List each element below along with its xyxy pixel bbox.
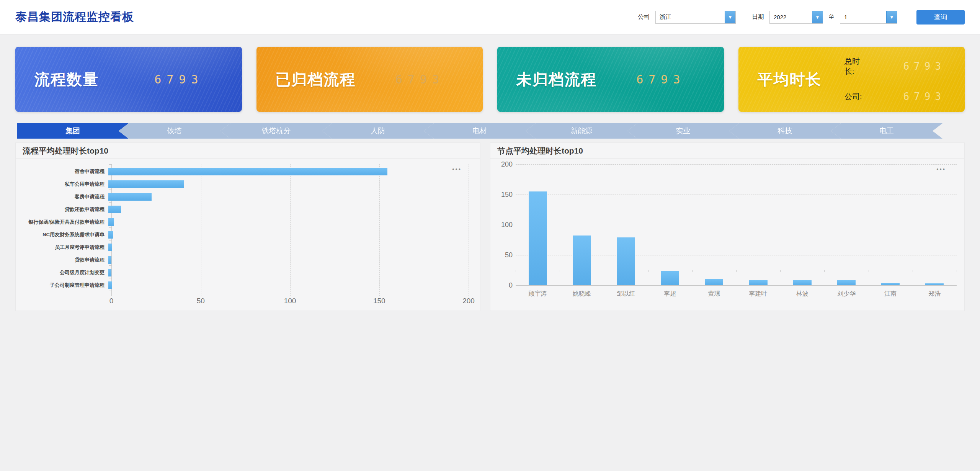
chart-title: 流程平均处理时长top10 [23, 146, 108, 156]
vchart-bar [793, 280, 812, 285]
hchart-bar [108, 206, 121, 213]
vchart-bar [617, 237, 635, 285]
vchart-slot [824, 164, 868, 285]
axis-tick [692, 270, 693, 272]
vchart-slot [692, 164, 736, 285]
kpi-value: 6793 [154, 73, 203, 86]
vchart-bar [925, 283, 944, 285]
filter-bar: 公司 浙江 ▼ 日期 2022 ▼ 至 1 ▼ 查询 [627, 10, 965, 25]
axis-tick [560, 270, 560, 272]
vchart-bar [705, 279, 723, 285]
hchart-bar-track [108, 269, 469, 276]
chart-title: 节点平均处理时长top10 [497, 146, 583, 156]
vchart-bar [749, 280, 768, 285]
tab-2[interactable]: 铁塔杭分 [220, 123, 332, 139]
company-filter-label: 公司 [638, 13, 650, 21]
axis-tick [604, 270, 604, 272]
vchart-category-label: 郑浩 [913, 290, 957, 298]
hchart-bar-track [108, 281, 469, 289]
axis-tick [957, 270, 957, 272]
vchart-slot [736, 164, 780, 285]
hchart-category-label: 公司级月度计划变更 [16, 269, 108, 276]
chart-menu-icon[interactable]: ••• [452, 166, 462, 172]
company-select[interactable]: 浙江 ▼ [655, 11, 736, 24]
vchart-category-label: 黄璟 [692, 290, 736, 298]
vbar-xticks [516, 270, 957, 272]
hchart-row: 员工月度考评申请流程 [16, 241, 480, 253]
kpi-value: 6793 [636, 73, 685, 86]
vchart-slot [869, 164, 913, 285]
panel-header: 节点平均处理时长top10 [490, 143, 964, 159]
kpi-card-row: 流程数量 6793 已归档流程 6793 未归档流程 6793 平均时长 总时长… [0, 34, 980, 112]
tab-8[interactable]: 电工 [831, 123, 942, 139]
x-tick-label: 0 [109, 297, 114, 305]
hchart-rows: 宿舍申请流程私车公用申请流程客房申请流程贷款还款申请流程银行保函/保险开具及付款… [16, 165, 480, 291]
chart-menu-icon[interactable]: ••• [936, 166, 946, 172]
tab-1[interactable]: 铁塔 [119, 123, 230, 139]
axis-tick [109, 164, 111, 165]
hchart-category-label: NC用友财务系统需求申请单 [16, 231, 108, 238]
hchart-category-label: 银行保函/保险开具及付款申请流程 [16, 219, 108, 226]
hchart-bar-track [108, 180, 469, 188]
month-select[interactable]: 1 ▼ [840, 11, 897, 24]
tab-6[interactable]: 实业 [627, 123, 739, 139]
year-select-value: 2022 [770, 11, 790, 23]
tab-5[interactable]: 新能源 [526, 123, 637, 139]
kpi-label: 已归档流程 [276, 69, 356, 90]
vbar-xlabels: 顾宇涛姚晓峰邹以红李超黄璟李建叶林波刘少华江南郑浩 [516, 290, 957, 298]
hchart-bar-track [108, 206, 469, 213]
page-title: 泰昌集团流程监控看板 [15, 9, 134, 25]
vchart-category-label: 林波 [780, 290, 824, 298]
kpi-subvalues: 总时长: 6793 公司: 6793 [844, 55, 946, 104]
vchart-slot [516, 164, 560, 285]
vchart-slot [560, 164, 604, 285]
hchart-row: 贷款还款申请流程 [16, 203, 480, 216]
x-tick-label: 150 [373, 297, 385, 305]
tab-4[interactable]: 电材 [424, 123, 536, 139]
axis-tick [780, 270, 781, 272]
vchart-category-label: 李建叶 [736, 290, 780, 298]
kpi-subrow-company: 公司: 6793 [844, 91, 946, 102]
hchart-bar-track [108, 218, 469, 226]
hchart-row: 宿舍申请流程 [16, 165, 480, 178]
kpi-label: 流程数量 [34, 69, 99, 90]
hchart-bar-track [108, 193, 469, 201]
hchart-bar-track [108, 231, 469, 239]
tab-3[interactable]: 人防 [322, 123, 434, 139]
tab-7[interactable]: 科技 [729, 123, 841, 139]
y-tick-label: 150 [496, 191, 513, 199]
hchart-bar-track [108, 168, 469, 175]
hchart-category-label: 贷款申请流程 [16, 257, 108, 263]
vchart-bar [573, 236, 591, 285]
hchart-row: 子公司制度管理申请流程 [16, 279, 480, 291]
axis-tick [869, 270, 869, 272]
date-to-label: 至 [828, 13, 835, 21]
x-tick-label: 50 [197, 297, 205, 305]
chevron-down-icon[interactable]: ▼ [812, 11, 823, 23]
vchart-category-label: 刘少华 [824, 290, 868, 298]
kpi-value: 6793 [395, 73, 444, 86]
kpi-card-process-count: 流程数量 6793 [15, 47, 242, 112]
query-button[interactable]: 查询 [916, 10, 965, 25]
hchart-bar [108, 256, 111, 264]
chevron-down-icon[interactable]: ▼ [886, 11, 897, 23]
hchart-category-label: 贷款还款申请流程 [16, 206, 108, 213]
hchart-bar-track [108, 244, 469, 251]
hbar-chart: 宿舍申请流程私车公用申请流程客房申请流程贷款还款申请流程银行保函/保险开具及付款… [16, 159, 480, 307]
company-select-value: 浙江 [656, 11, 675, 23]
hchart-bar [108, 244, 112, 251]
vchart-slot [913, 164, 957, 285]
kpi-card-unarchived: 未归档流程 6793 [497, 47, 724, 112]
kpi-card-avg-duration: 平均时长 总时长: 6793 公司: 6793 [738, 47, 965, 112]
date-filter-label: 日期 [752, 13, 764, 21]
axis-tick [516, 270, 516, 272]
hchart-row: 银行保函/保险开具及付款申请流程 [16, 216, 480, 228]
top-bar: 泰昌集团流程监控看板 公司 浙江 ▼ 日期 2022 ▼ 至 1 ▼ 查询 [0, 0, 980, 34]
year-select[interactable]: 2022 ▼ [769, 11, 823, 24]
kpi-subrow-total: 总时长: 6793 [844, 56, 946, 76]
tab-0[interactable]: 集团 [17, 123, 129, 139]
chevron-down-icon[interactable]: ▼ [725, 11, 735, 23]
hchart-row: NC用友财务系统需求申请单 [16, 228, 480, 241]
hchart-category-label: 宿舍申请流程 [16, 168, 108, 175]
vchart-bar [661, 271, 679, 285]
